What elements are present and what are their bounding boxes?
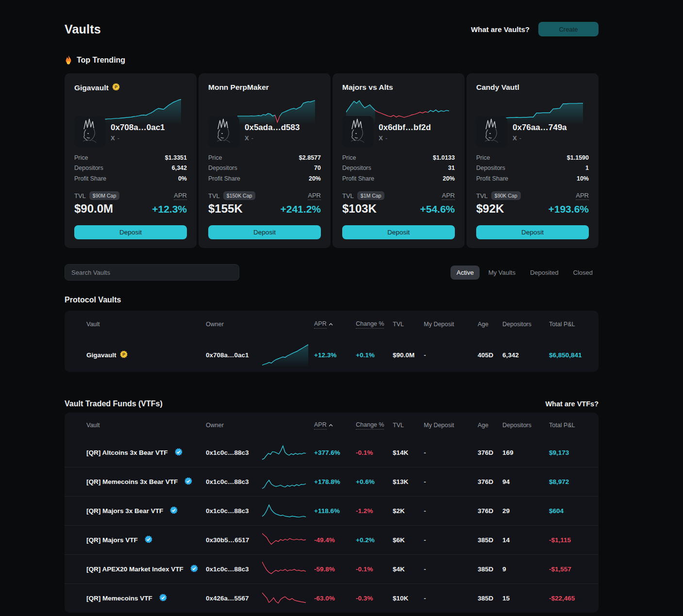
- table-row[interactable]: GigavaultP 0x708a…0ac1 +12.3% +0.1% $90.…: [65, 338, 599, 372]
- profit-share-label: Profit Share: [342, 175, 374, 182]
- owner-address[interactable]: 0x1c0c…88c3: [206, 478, 262, 485]
- owner-address[interactable]: 0x1c0c…88c3: [206, 507, 262, 515]
- col-age: Age: [478, 422, 502, 429]
- vault-card[interactable]: Monn PerpMaker 0x5ada…d583 X - Price$2.8…: [199, 73, 331, 248]
- col-owner: Owner: [206, 422, 262, 429]
- depositors-value: 9: [502, 566, 549, 573]
- performance-sparkline: [262, 589, 314, 608]
- x-twitter-icon[interactable]: X: [111, 134, 115, 142]
- col-tvl: TVL: [393, 321, 424, 328]
- vault-name: Monn PerpMaker: [208, 83, 269, 92]
- owner-address[interactable]: 0x1c0c…88c3: [206, 566, 262, 573]
- vault-performance-sparkline: [103, 97, 181, 125]
- tab-deposited[interactable]: Deposited: [524, 266, 565, 280]
- col-apr-sort[interactable]: APR: [314, 421, 356, 430]
- apr-label[interactable]: APR: [308, 192, 321, 200]
- vault-owner-address[interactable]: 0x6dbf…bf2d: [379, 123, 431, 133]
- vtf-table: Vault Owner APR Change % TVL My Deposit …: [65, 413, 599, 613]
- age-value: 385D: [478, 536, 502, 544]
- vault-owner-address[interactable]: 0x76aa…749a: [513, 123, 567, 133]
- tab-my-vaults[interactable]: My Vaults: [483, 266, 521, 280]
- my-deposit-value: -: [424, 478, 478, 485]
- what-are-vaults-link[interactable]: What are Vaults?: [471, 25, 530, 33]
- vault-owner-address[interactable]: 0x5ada…d583: [245, 123, 300, 133]
- owner-address[interactable]: 0x1c0c…88c3: [206, 449, 262, 456]
- change-value: +0.2%: [356, 536, 393, 544]
- protocol-gold-badge-icon: P: [112, 83, 120, 91]
- vault-owner-address[interactable]: 0x708a…0ac1: [111, 123, 165, 133]
- table-row[interactable]: [QR] APEX20 Market Index VTF 0x1c0c…88c3…: [65, 554, 599, 583]
- top-trending-section: Top Trending Gigavault P 0x708a…0ac1 X -: [65, 55, 599, 248]
- performance-sparkline: [262, 342, 314, 367]
- profit-share-label: Profit Share: [208, 175, 240, 182]
- owner-address[interactable]: 0x426a…5567: [206, 595, 262, 602]
- verified-badge-icon: [190, 565, 198, 572]
- tvl-label: TVL: [342, 192, 354, 200]
- age-value: 376D: [478, 478, 502, 485]
- depositors-value: 14: [502, 536, 549, 544]
- table-row[interactable]: [QR] Majors 3x Bear VTF 0x1c0c…88c3 +118…: [65, 496, 599, 525]
- apr-label[interactable]: APR: [174, 192, 187, 200]
- verified-badge-icon: [170, 506, 178, 514]
- vault-name: [QR] Altcoins 3x Bear VTF: [86, 449, 168, 456]
- x-twitter-icon[interactable]: X: [245, 134, 249, 142]
- total-pnl-value: -$22,465: [549, 595, 589, 602]
- vault-name: [QR] APEX20 Market Index VTF: [86, 566, 183, 573]
- svg-text:P: P: [115, 84, 117, 89]
- vault-card[interactable]: Gigavault P 0x708a…0ac1 X - Price$1.3351…: [65, 73, 197, 248]
- total-pnl-value: $9,173: [549, 449, 589, 456]
- col-apr-sort[interactable]: APR: [314, 320, 356, 329]
- col-change[interactable]: Change %: [356, 320, 393, 329]
- profit-share-label: Profit Share: [74, 175, 106, 182]
- tvl-label: TVL: [208, 192, 220, 200]
- table-header-row: Vault Owner APR Change % TVL My Deposit …: [65, 311, 599, 338]
- performance-sparkline: [262, 501, 314, 521]
- col-depositors: Depositors: [502, 321, 549, 328]
- vault-card[interactable]: Candy Vautl 0x76aa…749a X - Price$1.1590…: [466, 73, 599, 248]
- owner-address[interactable]: 0x30b5…6517: [206, 536, 262, 544]
- apr-label[interactable]: APR: [442, 192, 455, 200]
- price-value: $1.3351: [165, 154, 187, 161]
- total-pnl-value: -$1,115: [549, 536, 589, 544]
- search-input[interactable]: [65, 264, 239, 281]
- depositors-value: 169: [502, 449, 549, 456]
- age-value: 385D: [478, 566, 502, 573]
- total-pnl-value: -$1,557: [549, 566, 589, 573]
- my-deposit-value: -: [424, 351, 478, 359]
- change-value: -0.1%: [356, 449, 393, 456]
- col-vault: Vault: [86, 321, 206, 328]
- vault-card[interactable]: Majors vs Alts 0x6dbf…bf2d X - Price$1.0…: [333, 73, 465, 248]
- apr-value: +193.6%: [549, 203, 589, 215]
- deposit-button[interactable]: Deposit: [208, 225, 321, 239]
- page-container: Vaults What are Vaults? Create Top Trend…: [65, 0, 599, 613]
- owner-address[interactable]: 0x708a…0ac1: [206, 351, 262, 359]
- table-row[interactable]: [QR] Altcoins 3x Bear VTF 0x1c0c…88c3 +3…: [65, 438, 599, 467]
- table-row[interactable]: [QR] Majors VTF 0x30b5…6517 -49.4% +0.2%…: [65, 525, 599, 554]
- depositors-label: Depositors: [208, 165, 237, 171]
- x-twitter-icon[interactable]: X: [513, 134, 517, 142]
- tab-closed[interactable]: Closed: [567, 266, 599, 280]
- deposit-button[interactable]: Deposit: [342, 225, 455, 239]
- table-row[interactable]: [QR] Memecoins 3x Bear VTF 0x1c0c…88c3 +…: [65, 467, 599, 496]
- depositors-value: 94: [502, 478, 549, 485]
- vault-performance-sparkline: [237, 97, 315, 125]
- apr-label[interactable]: APR: [576, 192, 589, 200]
- depositors-value: 1: [585, 165, 589, 171]
- tvl-value: $10K: [393, 595, 424, 602]
- trending-heading: Top Trending: [77, 56, 125, 65]
- deposit-button[interactable]: Deposit: [74, 225, 187, 239]
- change-value: +0.1%: [356, 351, 393, 359]
- deposit-button[interactable]: Deposit: [476, 225, 589, 239]
- what-are-vtfs-link[interactable]: What are VTFs?: [545, 400, 599, 408]
- col-change[interactable]: Change %: [356, 421, 393, 430]
- col-age: Age: [478, 321, 502, 328]
- sort-caret-up-icon: [329, 424, 333, 427]
- create-vault-button[interactable]: Create: [538, 22, 599, 36]
- col-vault: Vault: [86, 422, 206, 429]
- table-row[interactable]: [QR] Memecoins VTF 0x426a…5567 -63.0% -0…: [65, 583, 599, 613]
- tab-active[interactable]: Active: [450, 266, 479, 280]
- age-value: 376D: [478, 507, 502, 515]
- sort-caret-up-icon: [329, 323, 333, 326]
- x-twitter-icon[interactable]: X: [379, 134, 383, 142]
- price-label: Price: [342, 154, 356, 161]
